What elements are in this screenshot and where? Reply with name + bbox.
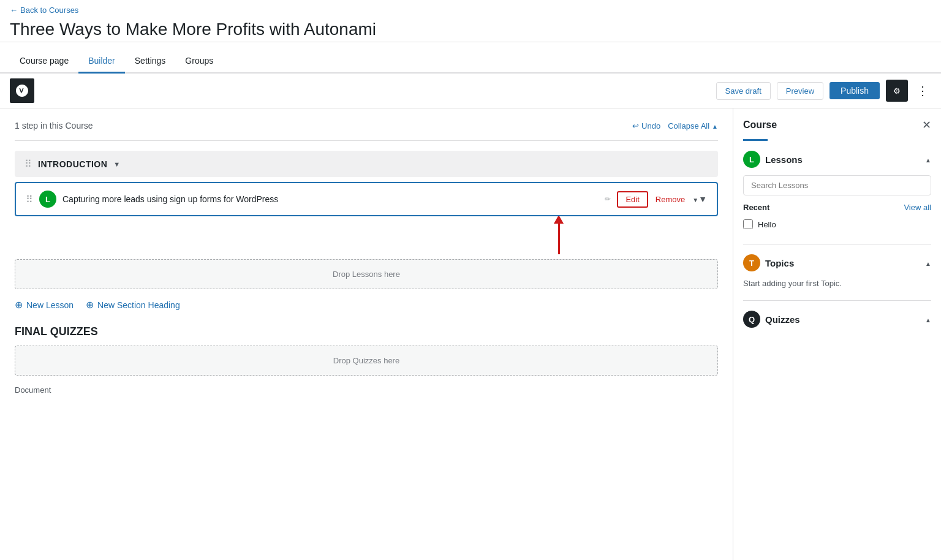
search-lessons-input[interactable]: [743, 175, 931, 195]
sidebar-title: Course: [743, 119, 777, 131]
wp-logo: [10, 78, 34, 103]
collapse-all-button[interactable]: Collapse All: [668, 121, 718, 131]
gear-icon: ⚙: [893, 86, 901, 96]
sidebar-header: Course ✕: [743, 118, 931, 132]
view-all-link[interactable]: View all: [904, 203, 931, 212]
editor-toolbar: Save draft Preview Publish ⚙ ⋮: [0, 74, 941, 108]
quizzes-label: Quizzes: [765, 314, 800, 325]
preview-button[interactable]: Preview: [777, 82, 823, 100]
sidebar-underline: [743, 139, 768, 141]
recent-label: Recent: [743, 203, 769, 212]
quizzes-icon: Q: [743, 311, 760, 328]
content-divider: [15, 140, 718, 141]
chevron-up-icon-lessons: [925, 154, 931, 164]
new-lesson-button[interactable]: ⊕ New Lesson: [15, 299, 74, 311]
section-header: ⠿ INTRODUCTION ▼: [15, 151, 718, 177]
lessons-icon: L: [743, 151, 760, 168]
lesson-edit-pencil-icon[interactable]: ✏: [605, 195, 611, 203]
back-to-courses-link[interactable]: ← Back to Courses: [10, 6, 78, 15]
undo-button[interactable]: ↩ Undo: [632, 121, 660, 131]
remove-button[interactable]: Remove: [648, 192, 692, 206]
topics-label: Topics: [765, 258, 794, 268]
lesson-title: Capturing more leads using sign up forms…: [62, 194, 599, 204]
lessons-section-header: L Lessons: [743, 151, 931, 168]
settings-button[interactable]: ⚙: [886, 80, 908, 102]
lessons-section: L Lessons Recent View all Hello: [743, 151, 931, 232]
topics-icon: T: [743, 254, 760, 271]
edit-button[interactable]: Edit: [617, 191, 648, 208]
drop-quizzes-zone: Drop Quizzes here: [15, 346, 718, 376]
steps-count: 1 step in this Course: [15, 121, 93, 131]
more-icon: ⋮: [916, 84, 929, 97]
sidebar: Course ✕ L Lessons Recent View all: [733, 108, 941, 560]
course-steps-header: 1 step in this Course ↩ Undo Collapse Al…: [15, 121, 718, 131]
lesson-row: ⠿ L Capturing more leads using sign up f…: [15, 182, 718, 216]
sidebar-divider-1: [743, 244, 931, 244]
empty-topic-text: Start adding your first Topic.: [743, 279, 931, 288]
quizzes-section: Q Quizzes: [743, 311, 931, 328]
topics-section-header: T Topics: [743, 254, 931, 271]
lessons-collapse-button[interactable]: [925, 154, 931, 164]
publish-button[interactable]: Publish: [830, 82, 880, 99]
new-section-heading-button[interactable]: ⊕ New Section Heading: [86, 299, 180, 311]
tab-groups[interactable]: Groups: [175, 50, 223, 74]
section-collapse-icon[interactable]: ▼: [113, 161, 120, 168]
document-label: Document: [15, 385, 718, 395]
quizzes-section-header: Q Quizzes: [743, 311, 931, 328]
undo-icon: ↩: [632, 121, 639, 131]
sidebar-divider-2: [743, 300, 931, 301]
chevron-up-icon-topics: [925, 258, 931, 268]
section-title: INTRODUCTION: [38, 159, 107, 169]
main-layout: 1 step in this Course ↩ Undo Collapse Al…: [0, 108, 941, 560]
drag-handle-icon[interactable]: ⠿: [25, 158, 32, 170]
hello-lesson-label: Hello: [758, 220, 776, 229]
tab-builder[interactable]: Builder: [78, 50, 125, 74]
final-quizzes-title: FINAL QUIZZES: [15, 325, 718, 338]
plus-circle-icon: ⊕: [15, 299, 23, 311]
quizzes-collapse-button[interactable]: [925, 314, 931, 324]
page-title: Three Ways to Make More Profits with Aut…: [10, 20, 931, 39]
more-options-button[interactable]: ⋮: [914, 82, 931, 99]
annotation-arrow: [554, 215, 564, 254]
lesson-icon: L: [39, 191, 56, 208]
hello-lesson-checkbox[interactable]: [743, 219, 753, 229]
drop-lessons-zone: Drop Lessons here: [15, 259, 718, 289]
plus-circle-icon-2: ⊕: [86, 299, 94, 311]
save-draft-button[interactable]: Save draft: [716, 82, 771, 100]
tab-settings[interactable]: Settings: [125, 50, 176, 74]
lessons-label: Lessons: [765, 154, 803, 165]
introduction-section: ⠿ INTRODUCTION ▼: [15, 151, 718, 177]
recent-header: Recent View all: [743, 203, 931, 212]
lesson-checkbox-row: Hello: [743, 217, 931, 232]
tabs-bar: Course page Builder Settings Groups: [0, 50, 941, 74]
lesson-expand-icon[interactable]: ▼: [692, 194, 707, 204]
chevron-up-icon: [712, 121, 718, 131]
back-link-label: Back to Courses: [20, 6, 78, 15]
bottom-actions: ⊕ New Lesson ⊕ New Section Heading: [15, 299, 718, 311]
topics-collapse-button[interactable]: [925, 258, 931, 268]
lesson-drag-handle-icon[interactable]: ⠿: [26, 194, 33, 205]
tab-course-page[interactable]: Course page: [10, 50, 78, 74]
sidebar-close-button[interactable]: ✕: [922, 118, 931, 132]
topics-section: T Topics Start adding your first Topic.: [743, 254, 931, 288]
back-arrow-icon: ←: [10, 6, 18, 15]
content-area: 1 step in this Course ↩ Undo Collapse Al…: [0, 108, 733, 560]
chevron-up-icon-quizzes: [925, 314, 931, 324]
